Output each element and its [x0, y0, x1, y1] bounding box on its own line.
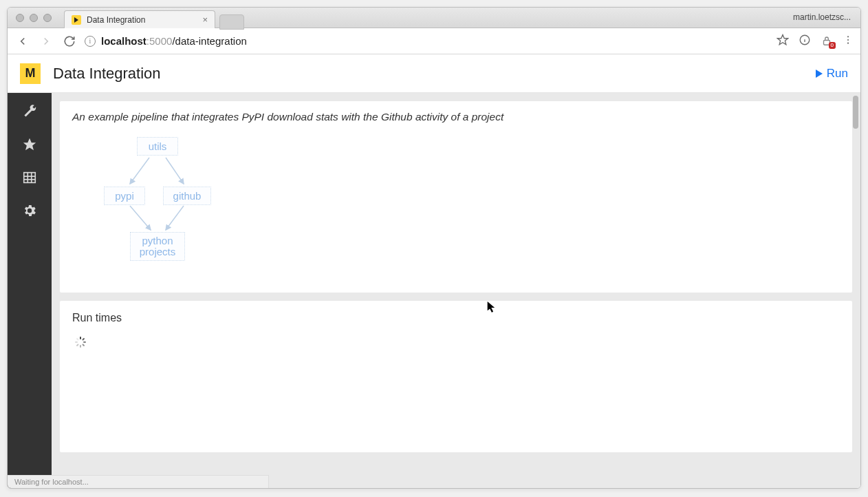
url-port: :5000: [147, 35, 173, 47]
bookmark-star-icon[interactable]: [777, 34, 789, 49]
svg-point-6: [847, 39, 849, 40]
extension-badge-count: 0: [829, 42, 836, 49]
minimize-window-button[interactable]: [30, 14, 38, 22]
profile-name[interactable]: martin.loetzsc...: [793, 12, 851, 22]
runtimes-card: Run times: [60, 301, 852, 452]
back-button[interactable]: [14, 33, 31, 50]
svg-line-17: [166, 206, 184, 230]
svg-line-15: [166, 158, 184, 184]
table-icon[interactable]: [22, 170, 37, 185]
browser-toolbar: i localhost:5000/data-integration 0: [8, 28, 860, 54]
runtimes-title: Run times: [72, 312, 840, 324]
app-logo[interactable]: M: [20, 63, 41, 84]
window-titlebar: Data Integration × martin.loetzsc...: [8, 8, 860, 28]
main-content: An example pipeline that integrates PyPI…: [52, 93, 860, 488]
run-button[interactable]: Run: [816, 67, 848, 81]
svg-marker-0: [778, 34, 788, 44]
svg-line-14: [130, 158, 149, 184]
url-host: localhost: [101, 35, 147, 47]
url-path: /data-integration: [172, 35, 246, 47]
extension-badge-icon[interactable]: 0: [821, 35, 833, 47]
pipeline-card: An example pipeline that integrates PyPI…: [60, 101, 852, 293]
toolbar-right: 0: [777, 34, 854, 49]
app-header: M Data Integration Run: [8, 54, 860, 93]
scrollbar[interactable]: [852, 93, 859, 488]
svg-point-5: [847, 36, 849, 37]
wrench-icon[interactable]: [22, 104, 37, 119]
info-icon[interactable]: [799, 34, 811, 49]
svg-rect-9: [24, 173, 36, 183]
site-info-icon[interactable]: i: [85, 36, 96, 47]
svg-marker-8: [23, 138, 36, 150]
forward-button[interactable]: [38, 33, 54, 50]
page-title: Data Integration: [53, 65, 161, 83]
new-tab-button[interactable]: [219, 14, 244, 30]
address-bar[interactable]: localhost:5000/data-integration: [101, 35, 247, 47]
gear-icon[interactable]: [22, 203, 37, 218]
loading-spinner-icon: [75, 337, 86, 348]
graph-edges: [89, 130, 268, 282]
reload-button[interactable]: [61, 33, 78, 50]
zoom-window-button[interactable]: [43, 14, 52, 22]
browser-menu-icon[interactable]: [843, 34, 854, 48]
tab-favicon: [72, 15, 81, 25]
pipeline-graph: utils pypi github python projects: [89, 130, 268, 282]
svg-line-16: [130, 206, 151, 230]
browser-status-bar: Waiting for localhost...: [8, 475, 269, 488]
play-icon: [816, 70, 823, 78]
app-body: An example pipeline that integrates PyPI…: [8, 93, 860, 488]
browser-tab-active[interactable]: Data Integration ×: [64, 10, 215, 28]
close-window-button[interactable]: [16, 14, 24, 22]
close-tab-button[interactable]: ×: [202, 14, 208, 25]
svg-point-7: [847, 42, 849, 43]
browser-window: Data Integration × martin.loetzsc... i l…: [7, 7, 861, 489]
run-button-label: Run: [827, 67, 848, 81]
tab-title: Data Integration: [87, 15, 145, 25]
app-viewport: M Data Integration Run: [8, 54, 860, 488]
tab-strip: Data Integration ×: [64, 8, 244, 28]
scrollbar-thumb[interactable]: [853, 96, 858, 129]
star-icon[interactable]: [22, 137, 37, 152]
pipeline-description: An example pipeline that integrates PyPI…: [72, 111, 840, 123]
traffic-lights: [16, 14, 52, 22]
sidebar: [8, 93, 52, 488]
